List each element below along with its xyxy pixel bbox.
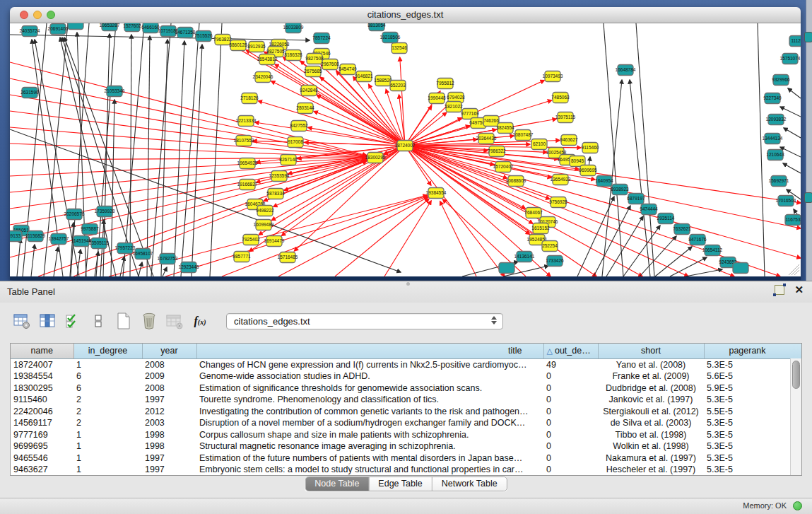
cell-short[interactable]: Nakamura et al. (1997) <box>598 452 704 465</box>
tab-node-table[interactable]: Node Table <box>305 477 368 491</box>
graph-node[interactable]: 9474444 <box>640 204 658 215</box>
cell-in_degree[interactable]: 1 <box>73 452 142 465</box>
close-panel-icon[interactable]: ✕ <box>794 285 804 295</box>
tab-edge-table[interactable]: Edge Table <box>368 477 431 491</box>
graph-node[interactable]: 8912935 <box>247 42 266 52</box>
graph-node[interactable]: 15692971 <box>769 176 789 187</box>
table-settings-button[interactable] <box>11 310 33 332</box>
graph-node[interactable]: 21053346 <box>105 86 125 97</box>
graph-node[interactable]: 14136141 <box>514 252 535 262</box>
table-row[interactable]: 946554611997Estimation of the future num… <box>11 452 791 465</box>
graph-node[interactable]: 19384554 <box>426 188 447 199</box>
close-button[interactable] <box>20 11 28 19</box>
cell-short[interactable]: Franke et al. (2009) <box>598 370 704 382</box>
cell-out_degree[interactable]: 0 <box>543 382 598 395</box>
graph-node[interactable]: 8186328 <box>284 50 302 61</box>
graph-node[interactable]: 14671358 <box>175 28 196 38</box>
table-row[interactable]: 969969511998Structural magnetic resonanc… <box>11 440 791 452</box>
cell-pagerank[interactable]: 5.5E-5 <box>704 406 791 418</box>
zoom-button[interactable] <box>47 11 55 19</box>
cell-year[interactable]: 1998 <box>142 440 196 452</box>
table-row[interactable]: 1830029562008Estimation of significance … <box>11 382 791 395</box>
cell-out_degree[interactable]: 0 <box>543 394 598 406</box>
cell-pagerank[interactable]: 5.3E-5 <box>704 417 791 429</box>
graph-node[interactable]: 16782753 <box>158 254 178 264</box>
graph-node[interactable]: 15716485 <box>278 252 298 263</box>
delete-column-button[interactable] <box>139 310 160 332</box>
graph-node[interactable]: 1527602 <box>123 23 141 32</box>
graph-node[interactable]: 2718126 <box>240 93 259 104</box>
graph-node[interactable]: 24035724 <box>20 26 40 37</box>
cell-name[interactable]: 9699695 <box>11 440 73 452</box>
network-graph-canvas[interactable]: 7963822886012889129351822605898275051654… <box>10 23 801 276</box>
graph-node[interactable]: 20206576 <box>64 209 85 220</box>
table-row[interactable]: 1456911722003Disruption of a novel membe… <box>11 417 791 429</box>
graph-node[interactable]: 9756928 <box>549 197 567 208</box>
cell-year[interactable]: 1997 <box>142 394 196 406</box>
graph-node[interactable]: 18724007 <box>395 141 416 151</box>
cell-short[interactable]: Wolkin et al. (1998) <box>598 440 704 452</box>
graph-node[interactable]: 1615152 <box>531 223 550 234</box>
graph-node[interactable]: 39133 <box>10 231 22 242</box>
graph-node[interactable]: 62100 <box>531 139 547 150</box>
cell-title[interactable]: Disruption of a novel member of a sodium… <box>196 417 543 429</box>
graph-node[interactable]: 7515526 <box>194 31 213 42</box>
graph-node[interactable]: 9463627 <box>560 135 578 146</box>
graph-node[interactable]: 17016504 <box>776 196 796 206</box>
cell-out_degree[interactable]: 0 <box>543 406 598 418</box>
graph-node[interactable]: 8860128 <box>229 40 247 51</box>
graph-node[interactable]: 252254 <box>542 241 558 252</box>
column-visibility-button[interactable] <box>37 310 58 332</box>
table-row[interactable]: 977716911998Corpus callosum shape and si… <box>11 429 791 441</box>
cell-in_degree[interactable]: 1 <box>73 429 142 441</box>
cell-name[interactable]: 18300295 <box>11 382 73 395</box>
graph-node[interactable]: 18300295 <box>365 153 386 163</box>
graph-node[interactable]: 12213333 <box>236 116 257 127</box>
graph-node[interactable]: 7485063 <box>551 93 570 103</box>
graph-node[interactable]: 19654925 <box>237 158 258 169</box>
tab-network-table[interactable]: Network Table <box>432 477 507 491</box>
graph-node[interactable]: 9699695 <box>579 165 597 176</box>
graph-node[interactable]: 19218506 <box>380 33 401 43</box>
graph-node[interactable]: 746266 <box>483 116 499 127</box>
cell-pagerank[interactable]: 5.3E-5 <box>704 394 791 406</box>
graph-node[interactable]: 10654112 <box>702 245 723 256</box>
graph-node[interactable]: 19166827 <box>237 180 258 190</box>
graph-node[interactable]: 7986322 <box>488 146 506 157</box>
graph-node[interactable]: 9857771 <box>233 252 251 262</box>
graph-node[interactable]: 7955812 <box>436 78 454 89</box>
cell-out_degree[interactable]: 0 <box>543 452 598 465</box>
cell-year[interactable]: 1998 <box>142 429 196 441</box>
column-header-year[interactable]: year <box>142 344 196 358</box>
table-row[interactable]: 946362711997Embryonic stem cells: a mode… <box>11 464 791 476</box>
graph-node[interactable]: 2631590 <box>20 88 39 98</box>
graph-node[interactable]: 15720407 <box>493 162 514 173</box>
cell-in_degree[interactable]: 2 <box>73 394 142 406</box>
graph-node[interactable]: 1990448 <box>428 93 446 104</box>
graph-node[interactable]: 12093832 <box>766 115 787 125</box>
graph-node[interactable]: 1210643 <box>766 150 784 160</box>
table-row[interactable]: 2242004622012Investigating the contribut… <box>11 406 791 418</box>
row-selection-button[interactable] <box>62 310 83 332</box>
graph-node[interactable]: 917008 <box>288 137 303 148</box>
graph-node[interactable] <box>68 23 83 30</box>
graph-node[interactable]: 10807487 <box>513 130 534 141</box>
cell-short[interactable]: Yano et al. (2008) <box>598 358 704 370</box>
cell-year[interactable]: 2008 <box>142 358 196 370</box>
cell-out_degree[interactable]: 0 <box>543 417 598 429</box>
cell-in_degree[interactable]: 1 <box>73 440 142 452</box>
graph-node[interactable]: 12353594 <box>269 171 290 182</box>
graph-node[interactable]: 13942757 <box>49 234 69 245</box>
cell-name[interactable]: 14569117 <box>11 417 73 429</box>
graph-node[interactable]: 18107553 <box>234 136 254 146</box>
cell-year[interactable]: 2003 <box>142 417 196 429</box>
graph-node[interactable]: 10653287 <box>100 23 120 31</box>
cell-year[interactable]: 2008 <box>142 382 196 395</box>
canvas-resize-grip[interactable] <box>794 270 799 275</box>
graph-node[interactable]: 2967608 <box>321 59 339 70</box>
graph-node[interactable]: 12923448 <box>179 262 199 273</box>
cell-title[interactable]: Tourette syndrome. Phenomenology and cla… <box>196 394 543 406</box>
vertical-scrollbar[interactable] <box>790 358 801 475</box>
graph-node[interactable]: 6466160 <box>141 23 160 33</box>
network-window-titlebar[interactable]: citations_edges.txt <box>10 7 801 23</box>
